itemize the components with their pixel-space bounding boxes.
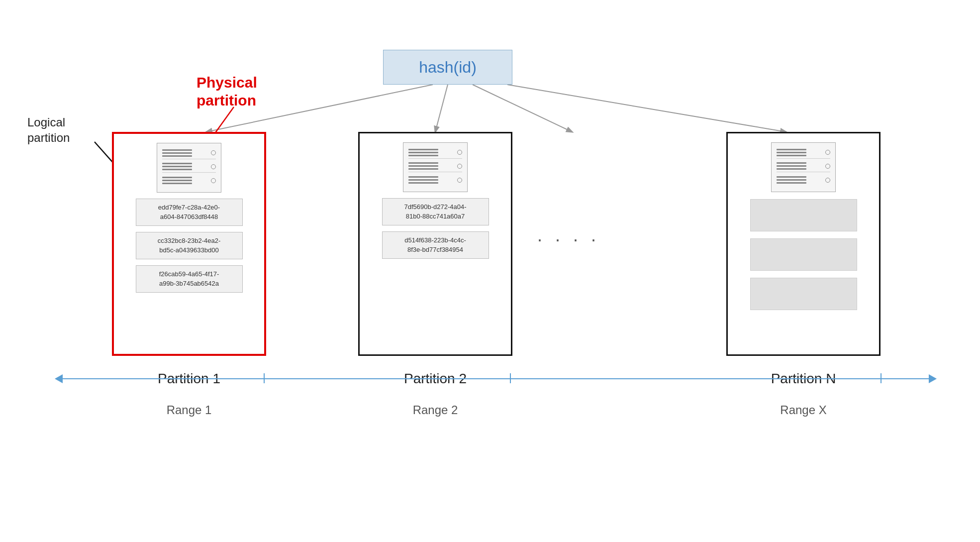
hash-label: hash(id) — [419, 58, 477, 77]
hash-box: hash(id) — [383, 50, 512, 85]
record-1-1: edd79fe7-c28a-42e0- a604-847063df8448 — [136, 199, 243, 226]
record-1-2: cc332bc8-23b2-4ea2- bd5c-a0439633bd00 — [136, 232, 243, 259]
range-label-2: Range 2 — [358, 403, 512, 417]
svg-line-1 — [435, 85, 448, 132]
placeholder-n-2 — [750, 238, 857, 271]
physical-partition-label: Physical partition — [196, 74, 257, 109]
partition-box-n — [726, 132, 881, 356]
logical-partition-label: Logical partition — [27, 114, 70, 145]
record-2-1: 7df5690b-d272-4a04- 81b0-88cc741a60a7 — [382, 198, 489, 225]
partition-box-1: edd79fe7-c28a-42e0- a604-847063df8448 cc… — [112, 132, 266, 356]
record-1-3: f26cab59-4a65-4f17- a99b-3b745ab6542a — [136, 265, 243, 293]
axis-arrow-left — [55, 374, 63, 383]
placeholder-n-1 — [750, 199, 857, 231]
range-label-n: Range X — [726, 403, 881, 417]
diagram-container: hash(id) Physical partition Logical part… — [0, 0, 980, 542]
range-label-1: Range 1 — [112, 403, 266, 417]
record-2-2: d514f638-223b-4c4c- 8f3e-bd77cf384954 — [382, 231, 489, 259]
server-icon-2 — [403, 142, 468, 192]
placeholder-n-3 — [750, 278, 857, 310]
axis-arrow-right — [929, 374, 937, 383]
axis-line — [60, 378, 930, 379]
svg-line-3 — [507, 85, 786, 132]
server-icon-1 — [157, 143, 221, 193]
tick-3 — [881, 373, 882, 383]
tick-1 — [264, 373, 265, 383]
dots-separator: · · · · — [537, 229, 600, 250]
server-icon-n — [771, 142, 836, 192]
svg-line-2 — [473, 85, 572, 132]
tick-2 — [510, 373, 511, 383]
partition-box-2: 7df5690b-d272-4a04- 81b0-88cc741a60a7 d5… — [358, 132, 512, 356]
